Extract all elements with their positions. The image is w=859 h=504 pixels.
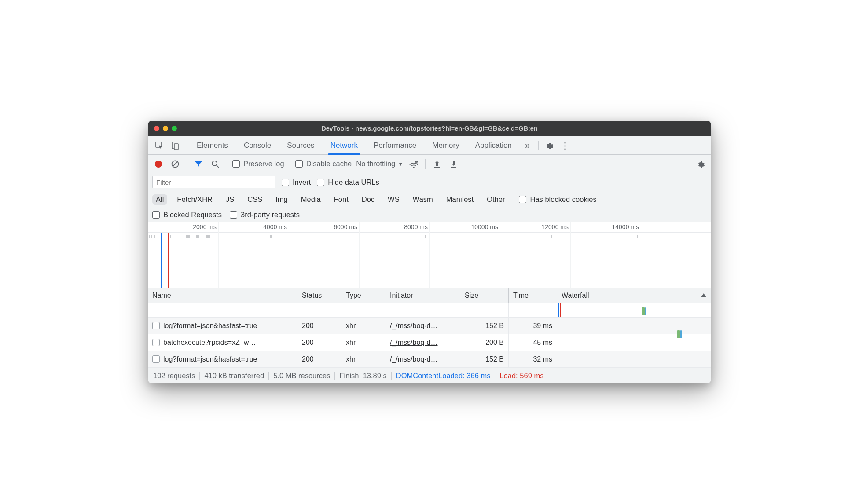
svg-point-5 (212, 161, 217, 166)
tab-sources[interactable]: Sources (280, 136, 321, 155)
status-bar: 102 requests 410 kB transferred 5.0 MB r… (148, 368, 711, 383)
kebab-menu-icon[interactable]: ⋮ (558, 139, 572, 153)
row-checkbox[interactable] (152, 322, 160, 329)
svg-point-7 (413, 167, 414, 168)
row-checkbox[interactable] (152, 355, 160, 363)
timeline-ruler: 2000 ms 4000 ms 6000 ms 8000 ms 10000 ms… (148, 222, 711, 233)
svg-line-6 (217, 165, 219, 168)
type-ws[interactable]: WS (384, 194, 403, 205)
svg-rect-9 (434, 167, 440, 168)
type-font[interactable]: Font (330, 194, 352, 205)
main-tabs: Elements Console Sources Network Perform… (148, 136, 711, 155)
tab-console[interactable]: Console (237, 136, 278, 155)
column-status[interactable]: Status (297, 288, 341, 303)
window-title: DevTools - news.google.com/topstories?hl… (148, 125, 711, 132)
svg-rect-2 (174, 144, 178, 150)
record-button[interactable] (152, 158, 165, 170)
network-conditions-icon[interactable] (407, 158, 420, 170)
network-settings-gear-icon[interactable] (694, 158, 707, 170)
more-tabs-icon[interactable]: » (521, 139, 535, 153)
has-blocked-cookies-checkbox[interactable]: Has blocked cookies (519, 195, 596, 204)
type-js[interactable]: JS (222, 194, 238, 205)
sort-ascending-icon (701, 293, 706, 297)
request-table: log?format=json&hasfast=true 200 xhr /_/… (148, 303, 711, 368)
stat-transferred: 410 kB transferred (204, 372, 264, 380)
column-initiator[interactable]: Initiator (385, 288, 460, 303)
filter-input[interactable] (152, 176, 275, 188)
titlebar: DevTools - news.google.com/topstories?hl… (148, 121, 711, 136)
invert-checkbox[interactable]: Invert (282, 178, 311, 186)
disable-cache-checkbox[interactable]: Disable cache (295, 160, 352, 168)
table-header: Name Status Type Initiator Size Time Wat… (148, 288, 711, 303)
timeline-activity (148, 233, 711, 288)
filter-bar: Invert Hide data URLs All Fetch/XHR JS C… (148, 173, 711, 222)
initiator-link[interactable]: /_/mss/boq-d… (385, 351, 460, 367)
column-name[interactable]: Name (148, 288, 297, 303)
network-toolbar: Preserve log Disable cache No throttling… (148, 155, 711, 173)
type-doc[interactable]: Doc (358, 194, 378, 205)
stat-domcontentloaded: DOMContentLoaded: 366 ms (396, 372, 491, 380)
tab-application[interactable]: Application (468, 136, 519, 155)
type-all[interactable]: All (152, 194, 167, 205)
chevron-down-icon: ▼ (398, 161, 403, 167)
settings-gear-icon[interactable] (542, 139, 556, 153)
blocked-requests-checkbox[interactable]: Blocked Requests (152, 211, 222, 219)
close-window-button[interactable] (154, 126, 159, 131)
devtools-window: DevTools - news.google.com/topstories?hl… (148, 121, 711, 383)
initiator-link[interactable]: /_/mss/boq-d… (385, 334, 460, 351)
throttling-select[interactable]: No throttling ▼ (356, 160, 403, 168)
type-manifest[interactable]: Manifest (443, 194, 477, 205)
type-fetch-xhr[interactable]: Fetch/XHR (173, 194, 216, 205)
table-row[interactable]: batchexecute?rpcids=xZTw… 200 xhr /_/mss… (148, 334, 711, 351)
svg-rect-10 (451, 167, 456, 168)
row-checkbox[interactable] (152, 339, 160, 346)
stat-resources: 5.0 MB resources (273, 372, 330, 380)
tab-performance[interactable]: Performance (367, 136, 423, 155)
table-row[interactable]: log?format=json&hasfast=true 200 xhr /_/… (148, 351, 711, 368)
stat-load: Load: 569 ms (499, 372, 543, 380)
table-row[interactable]: log?format=json&hasfast=true 200 xhr /_/… (148, 318, 711, 334)
type-filters: All Fetch/XHR JS CSS Img Media Font Doc … (152, 194, 707, 205)
stat-finish: Finish: 13.89 s (339, 372, 386, 380)
upload-har-icon[interactable] (431, 158, 443, 170)
type-css[interactable]: CSS (244, 194, 266, 205)
type-wasm[interactable]: Wasm (409, 194, 437, 205)
hide-data-urls-checkbox[interactable]: Hide data URLs (317, 178, 379, 186)
clear-icon[interactable] (169, 158, 181, 170)
type-other[interactable]: Other (483, 194, 508, 205)
column-type[interactable]: Type (341, 288, 385, 303)
column-time[interactable]: Time (509, 288, 557, 303)
tab-memory[interactable]: Memory (425, 136, 466, 155)
column-size[interactable]: Size (460, 288, 509, 303)
filter-icon[interactable] (192, 158, 205, 170)
inspect-element-icon[interactable] (152, 139, 166, 153)
preserve-log-checkbox[interactable]: Preserve log (232, 160, 284, 168)
zoom-window-button[interactable] (172, 126, 177, 131)
minimize-window-button[interactable] (163, 126, 168, 131)
search-icon[interactable] (209, 158, 221, 170)
tab-network[interactable]: Network (323, 136, 365, 155)
stat-requests: 102 requests (153, 372, 195, 380)
window-controls (154, 126, 177, 131)
column-waterfall[interactable]: Waterfall (557, 288, 711, 303)
timeline-overview[interactable]: 2000 ms 4000 ms 6000 ms 8000 ms 10000 ms… (148, 222, 711, 288)
table-row (148, 303, 711, 318)
initiator-link[interactable]: /_/mss/boq-d… (385, 318, 460, 334)
waterfall-cell (557, 303, 711, 317)
tab-elements[interactable]: Elements (190, 136, 235, 155)
type-media[interactable]: Media (297, 194, 324, 205)
type-img[interactable]: Img (272, 194, 291, 205)
device-toolbar-icon[interactable] (168, 139, 182, 153)
svg-line-4 (173, 161, 178, 166)
third-party-checkbox[interactable]: 3rd-party requests (230, 211, 300, 219)
download-har-icon[interactable] (448, 158, 460, 170)
